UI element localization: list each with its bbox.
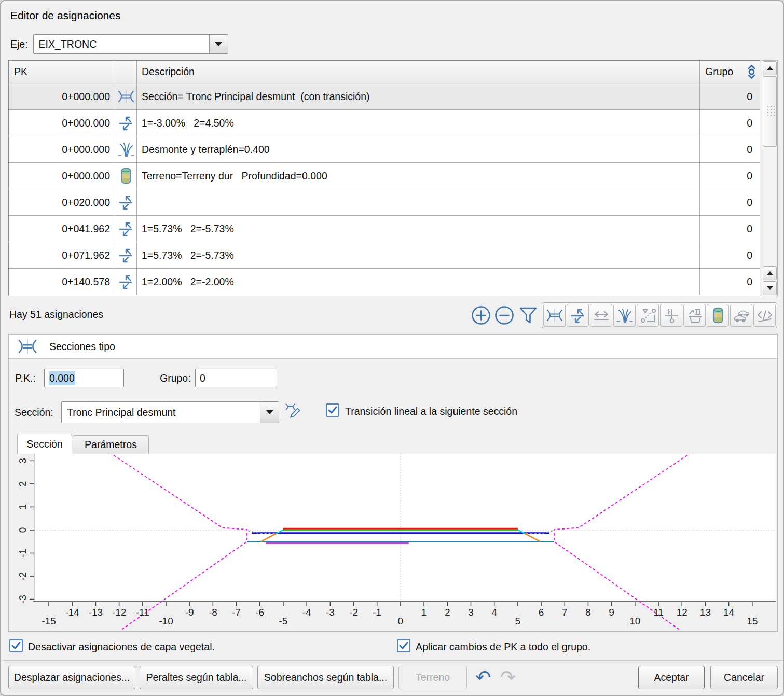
grupo-input[interactable]: 0 <box>195 369 277 387</box>
capa-vegetal-checkbox-label: Desactivar asignaciones de capa vegetal. <box>28 641 215 653</box>
tab-seccion[interactable]: Sección <box>17 434 72 454</box>
svg-text:-5: -5 <box>279 616 287 627</box>
toolbar-tierra-vegetal-button[interactable] <box>683 304 706 327</box>
svg-text:0: 0 <box>17 527 28 533</box>
checkmark-icon <box>328 406 337 414</box>
table-scrollbar[interactable] <box>762 60 778 296</box>
table-row[interactable]: 0+000.000 Terreno=Terreny dur Profundida… <box>9 163 760 189</box>
transicion-checkbox[interactable] <box>326 403 339 417</box>
svg-text:-2: -2 <box>349 607 358 618</box>
peraltes-segun-tabla-button[interactable]: Peraltes según tabla... <box>140 666 253 689</box>
header-descripcion[interactable]: Descripción <box>137 61 700 83</box>
aceptar-button[interactable]: Aceptar <box>638 666 705 689</box>
svg-text:2: 2 <box>17 481 28 487</box>
toolbar-trafico-button[interactable] <box>730 304 752 327</box>
transicion-checkbox-label: Transición lineal a la siguiente sección <box>345 406 517 417</box>
table-row[interactable]: 0+000.000 1=-3.00% 2=4.50% 0 <box>9 110 760 136</box>
scroll-down-button[interactable] <box>763 281 777 295</box>
toolbar-terreno-button[interactable] <box>707 304 729 327</box>
text-caret <box>76 372 77 384</box>
table-row[interactable]: 0+071.962 1=5.73% 2=-5.73% 0 <box>9 242 760 269</box>
cancelar-button[interactable]: Cancelar <box>710 666 778 689</box>
svg-text:-14: -14 <box>65 607 79 618</box>
table-row[interactable]: 0+140.578 1=2.00% 2=-2.00% 0 <box>9 269 760 295</box>
remove-circle-icon[interactable] <box>494 305 514 325</box>
aplicar-pk-grupo-checkbox[interactable] <box>397 639 410 652</box>
editor-de-asignaciones-dialog: Editor de asignaciones Eje: EIX_TRONC PK… <box>0 0 784 696</box>
svg-text:-3: -3 <box>326 607 335 618</box>
slope-icon <box>119 115 133 131</box>
toolbar-puntos-button[interactable] <box>637 304 659 327</box>
eje-row: Eje: EIX_TRONC <box>10 34 228 54</box>
secciones-tipo-panel: Secciones tipo P.K.: 0.000 Grupo: 0 Secc… <box>8 334 778 632</box>
table-row[interactable]: 0+000.000 Desmonte y terraplén=0.400 0 <box>9 136 760 163</box>
svg-text:0: 0 <box>398 616 404 627</box>
svg-text:-7: -7 <box>232 607 241 618</box>
scrollbar-thumb[interactable] <box>763 76 777 147</box>
svg-text:6: 6 <box>539 607 544 618</box>
filter-icon[interactable] <box>519 307 538 324</box>
svg-text:-1: -1 <box>373 607 381 618</box>
dialog-title: Editor de asignaciones <box>10 9 120 22</box>
svg-text:12: 12 <box>677 607 687 618</box>
toolbar-cunetas-button[interactable] <box>660 304 682 327</box>
svg-text:5: 5 <box>515 616 521 627</box>
checkmark-icon <box>11 642 21 650</box>
slope-icon <box>119 247 133 263</box>
scroll-up-button-bottom[interactable] <box>763 266 777 280</box>
toolbar-peraltes-button[interactable] <box>567 304 589 327</box>
footer-separator <box>2 660 784 661</box>
pk-input-selected-text: 0.000 <box>49 371 75 385</box>
combo-dropdown-arrow-icon[interactable] <box>209 35 228 53</box>
variable-section-icon <box>757 308 773 323</box>
width-icon <box>593 309 610 322</box>
pk-input[interactable]: 0.000 <box>44 369 124 387</box>
toolbar-anchos-button[interactable] <box>590 304 612 327</box>
svg-text:4: 4 <box>491 607 497 618</box>
seccion-label: Sección: <box>15 407 53 419</box>
undo-icon[interactable]: ↶ <box>475 667 491 688</box>
strip-basket-icon <box>686 308 703 323</box>
assignments-table: PK Descripción Grupo 0+000.000 Sección= … <box>8 60 760 296</box>
svg-text:9: 9 <box>609 607 614 618</box>
cylinder-icon <box>120 168 132 184</box>
eje-combobox[interactable]: EIX_TRONC <box>33 34 228 54</box>
toolbar-desmonte-terraplen-button[interactable] <box>613 304 636 327</box>
sort-icon[interactable] <box>747 64 757 79</box>
edit-section-icon[interactable] <box>284 402 302 419</box>
header-icon-column[interactable] <box>115 61 137 83</box>
svg-text:-10: -10 <box>159 616 173 627</box>
table-row[interactable]: 0+020.000 0 <box>9 189 760 216</box>
add-circle-icon[interactable] <box>471 305 491 325</box>
svg-text:-1: -1 <box>17 549 28 558</box>
svg-text:-3: -3 <box>17 595 28 604</box>
grass-icon <box>616 308 633 323</box>
table-row[interactable]: 0+000.000 Sección= Tronc Principal desmu… <box>9 83 760 110</box>
header-grupo[interactable]: Grupo <box>700 61 760 83</box>
slope-icon <box>571 308 585 324</box>
svg-text:11: 11 <box>653 607 664 618</box>
redo-icon: ↷ <box>500 667 516 688</box>
toolbar-seccion-variable-button[interactable] <box>753 304 776 327</box>
toolbar-secciones-tipo-button[interactable] <box>543 304 566 327</box>
svg-text:1: 1 <box>421 607 427 618</box>
scroll-up-button[interactable] <box>763 61 777 75</box>
combo-dropdown-arrow-icon[interactable] <box>260 402 279 423</box>
svg-text:7: 7 <box>562 607 568 618</box>
traffic-icon <box>733 308 750 323</box>
tab-parametros[interactable]: Parámetros <box>73 435 149 454</box>
svg-text:-13: -13 <box>89 607 103 618</box>
seccion-combobox[interactable]: Tronc Principal desmunt <box>61 401 279 423</box>
eje-label: Eje: <box>10 38 28 50</box>
desplazar-asignaciones-button[interactable]: Desplazar asignaciones... <box>8 666 135 689</box>
capa-vegetal-checkbox[interactable] <box>9 639 23 652</box>
svg-text:1: 1 <box>17 504 28 510</box>
svg-text:-11: -11 <box>136 607 149 618</box>
section-icon <box>117 90 135 103</box>
secciones-tipo-label: Secciones tipo <box>49 341 115 353</box>
header-pk[interactable]: PK <box>9 61 115 83</box>
sobreanchos-segun-tabla-button[interactable]: Sobreanchos según tabla... <box>257 666 394 689</box>
table-header-row: PK Descripción Grupo <box>9 61 760 83</box>
svg-text:3: 3 <box>468 607 474 618</box>
table-row[interactable]: 0+041.962 1=5.73% 2=-5.73% 0 <box>9 216 760 242</box>
